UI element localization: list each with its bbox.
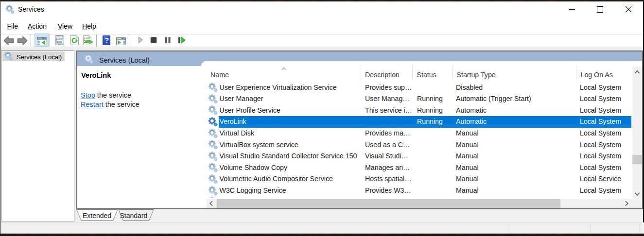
svg-text:Extended: Extended (83, 212, 111, 219)
svg-text:Standard: Standard (120, 212, 148, 219)
svg-text:?: ? (104, 36, 109, 44)
